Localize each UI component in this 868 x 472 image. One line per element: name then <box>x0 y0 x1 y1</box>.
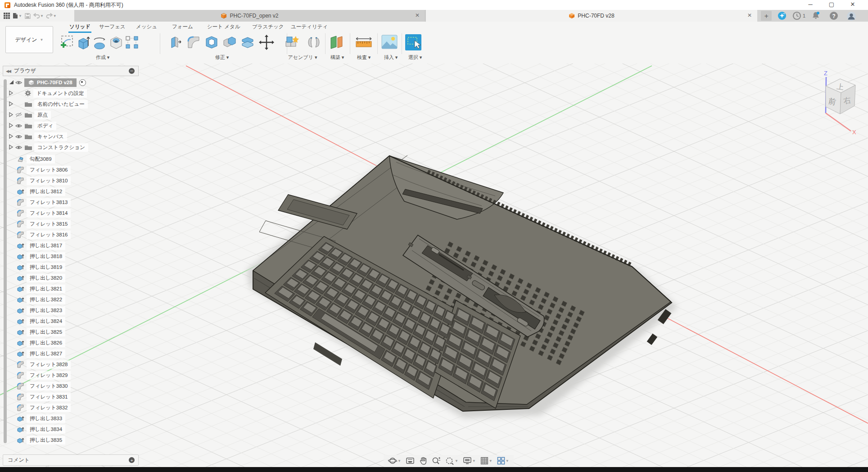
browser-folder-原点[interactable]: 原点 <box>9 109 51 120</box>
ribbon-tab[interactable]: ユーティリティ <box>290 23 329 32</box>
eye-icon[interactable] <box>15 123 23 128</box>
orbit-icon[interactable]: ▼ <box>388 456 401 465</box>
expand-icon[interactable] <box>9 145 15 150</box>
ribbon-tab[interactable]: シート メタル <box>206 23 241 32</box>
ribbon-tab[interactable]: ソリッド <box>68 23 91 33</box>
ribbon-tab[interactable]: プラスチック <box>251 23 285 32</box>
eye-icon[interactable] <box>15 145 23 150</box>
feature-fillet[interactable]: フィレット3813 <box>17 197 71 208</box>
save-icon[interactable] <box>25 13 31 19</box>
feature-extrude[interactable]: 押し出し3817 <box>17 240 71 251</box>
feature-fillet[interactable]: フィレット3806 <box>17 164 71 175</box>
document-tab-inactive[interactable]: PHC-70FD_open v2 ✕ <box>74 10 425 22</box>
feature-extrude[interactable]: 押し出し3818 <box>17 251 71 262</box>
ribbon-tab[interactable]: サーフェス <box>98 23 127 32</box>
construct-group-label[interactable]: 構築 ▾ <box>330 54 344 61</box>
browser-folder-ドキュメントの設定[interactable]: ドキュメントの設定 <box>9 88 87 99</box>
insert-group-label[interactable]: 挿入 ▾ <box>384 54 398 61</box>
modify-group-label[interactable]: 修正 ▾ <box>215 54 229 61</box>
feature-fillet[interactable]: フィレット3815 <box>17 218 71 229</box>
browser-header[interactable]: ◀◀ ブラウザ – <box>3 66 139 76</box>
feature-fillet[interactable]: フィレット3816 <box>17 229 71 240</box>
look-at-icon[interactable] <box>406 457 415 465</box>
browser-root-node[interactable]: PHC-70FD v28 <box>9 77 86 88</box>
close-button[interactable]: ✕ <box>842 0 863 10</box>
joint-icon[interactable] <box>307 34 321 52</box>
ribbon-tab[interactable]: メッシュ <box>135 23 158 32</box>
browser-folder-キャンバス[interactable]: キャンバス <box>9 131 67 142</box>
model-viewport[interactable]: ◀◀ ブラウザ – PHC-70FD v28 ドキュメントの設定名前の付いたビュ… <box>0 64 868 467</box>
feature-extrude[interactable]: 押し出し3835 <box>17 435 71 445</box>
select-icon[interactable] <box>405 34 421 52</box>
expand-collapse-icon[interactable] <box>9 80 15 86</box>
profile-avatar[interactable] <box>846 11 855 20</box>
feature-fillet[interactable]: フィレット3831 <box>17 391 71 402</box>
notification-bell-icon[interactable] <box>811 11 820 20</box>
zoom-icon[interactable] <box>432 457 441 465</box>
help-icon[interactable]: ? <box>829 11 838 20</box>
revolve-icon[interactable] <box>92 34 107 52</box>
view-cube[interactable]: Z X 上 前 右 <box>806 67 864 135</box>
extension-icon[interactable] <box>778 11 787 20</box>
minimize-panel-icon[interactable]: – <box>129 68 135 74</box>
app-grid-icon[interactable] <box>4 13 10 19</box>
expand-icon[interactable] <box>9 101 15 107</box>
eye-icon[interactable] <box>15 134 23 139</box>
pan-icon[interactable] <box>419 457 427 465</box>
feature-extrude[interactable]: 押し出し3821 <box>17 283 71 294</box>
ribbon-tab[interactable]: フォーム <box>171 23 194 32</box>
pattern-icon[interactable] <box>125 34 139 52</box>
feature-extrude[interactable]: 押し出し3833 <box>17 413 71 424</box>
feature-extrude[interactable]: 押し出し3827 <box>17 348 71 359</box>
feature-fillet[interactable]: フィレット3830 <box>17 381 71 391</box>
maximize-button[interactable]: ▢ <box>821 0 842 10</box>
browser-folder-ボディ[interactable]: ボディ <box>9 120 56 131</box>
feature-fillet[interactable]: フィレット3828 <box>17 359 71 370</box>
move-icon[interactable] <box>258 34 275 52</box>
expand-icon[interactable] <box>9 91 15 96</box>
inspect-group-label[interactable]: 検査 ▾ <box>357 54 371 61</box>
expand-icon[interactable] <box>9 123 15 129</box>
assemble-group-label[interactable]: アセンブリ ▾ <box>288 54 317 61</box>
combine-icon[interactable] <box>222 34 237 52</box>
new-component-icon[interactable] <box>284 34 299 52</box>
tab-close-icon[interactable]: ✕ <box>414 12 421 19</box>
insert-image-icon[interactable] <box>381 34 398 51</box>
redo-icon[interactable]: ▼ <box>46 13 57 18</box>
expand-icon[interactable] <box>9 134 15 140</box>
split-body-icon[interactable] <box>240 34 255 52</box>
create-group-label[interactable]: 作成 ▾ <box>96 54 110 61</box>
feature-fillet[interactable]: フィレット3814 <box>17 208 71 218</box>
feature-extrude[interactable]: 押し出し3820 <box>17 272 71 283</box>
viewports-icon[interactable]: ▼ <box>497 457 509 465</box>
fit-icon[interactable]: ▼ <box>445 457 458 465</box>
eye-icon[interactable] <box>15 112 23 118</box>
new-file-icon[interactable]: ▼ <box>13 13 22 19</box>
document-tab-active[interactable]: PHC-70FD v28 ✕ <box>426 10 757 22</box>
new-tab-button[interactable]: ＋ <box>761 11 772 21</box>
collapse-panel-icon[interactable]: ◀◀ <box>6 69 10 73</box>
feature-extrude[interactable]: 押し出し3826 <box>17 337 71 348</box>
workspace-selector[interactable]: デザイン▼ <box>5 26 53 53</box>
feature-fillet[interactable]: フィレット3829 <box>17 370 71 381</box>
feature-extrude[interactable]: 押し出し3834 <box>17 424 71 435</box>
scene-canvas[interactable] <box>0 64 868 467</box>
press-pull-icon[interactable] <box>169 34 182 52</box>
feature-extrude[interactable]: 押し出し3822 <box>17 294 71 305</box>
select-group-label[interactable]: 選択 ▾ <box>408 54 422 61</box>
feature-draft[interactable]: 勾配3089 <box>17 154 71 164</box>
shell-icon[interactable] <box>204 34 219 52</box>
minimize-button[interactable]: ─ <box>800 0 821 10</box>
grid-settings-icon[interactable]: ▼ <box>480 457 493 465</box>
create-sketch-icon[interactable] <box>60 34 75 52</box>
tab-close-icon[interactable]: ✕ <box>746 12 753 19</box>
browser-folder-コンストラクション[interactable]: コンストラクション <box>9 142 88 153</box>
activate-component-radio[interactable] <box>79 79 86 86</box>
browser-scrollbar[interactable] <box>4 79 7 443</box>
add-comment-icon[interactable]: ＋ <box>129 457 135 463</box>
undo-icon[interactable]: ▼ <box>33 13 44 18</box>
expand-icon[interactable] <box>9 112 15 118</box>
comment-bar[interactable]: コメント ＋ <box>3 454 139 466</box>
view-cube-faces[interactable]: 上 前 右 <box>826 79 855 114</box>
job-status-icon[interactable]: 1 <box>792 11 808 20</box>
